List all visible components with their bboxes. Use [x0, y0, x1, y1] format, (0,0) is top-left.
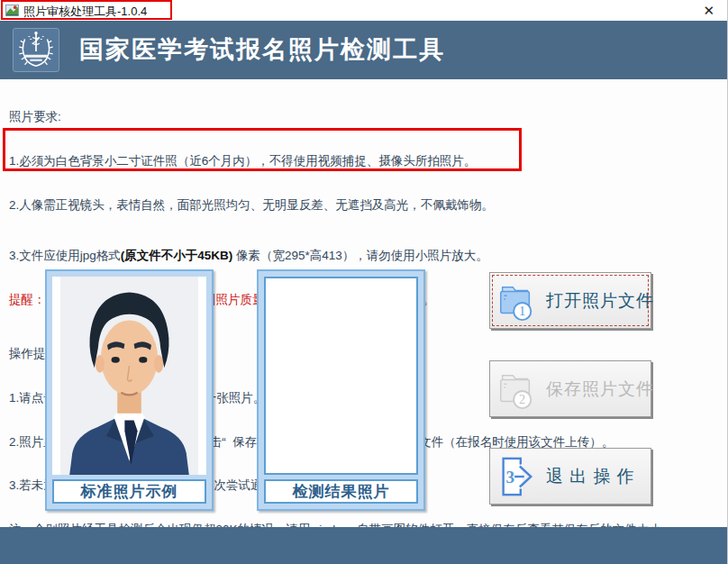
save-folder-icon: 2	[496, 368, 537, 410]
exit-arrow-icon: 3	[496, 456, 537, 497]
title-bar: 照片审核处理工具-1.0.4 ✕	[0, 0, 727, 21]
close-icon[interactable]: ✕	[703, 2, 714, 20]
svg-text:3: 3	[506, 467, 515, 486]
portrait-image	[60, 277, 198, 475]
requirement-line-3: 3.文件应使用jpg格式(原文件不小于45KB) 像素（宽295*高413），请…	[9, 249, 673, 263]
result-photo-label: 检测结果照片	[264, 479, 418, 504]
requirement-line-2: 2.人像需正视镜头，表情自然，面部光照均匀、无明显反差、无遮挡及高光，不佩戴饰物…	[9, 198, 673, 213]
sample-photo-label: 标准照片示例	[52, 479, 206, 504]
svg-text:1: 1	[519, 304, 525, 318]
window-title: 照片审核处理工具-1.0.4	[23, 4, 147, 20]
app-window: 照片审核处理工具-1.0.4 ✕ 国家医学考试报名照片检测工具	[0, 0, 728, 564]
svg-text:2: 2	[519, 392, 525, 406]
result-photo-area	[264, 277, 418, 475]
sample-photo-frame: 标准照片示例	[45, 269, 214, 511]
open-photo-label: 打开照片文件	[546, 289, 654, 313]
requirements-heading: 照片要求:	[9, 110, 673, 124]
save-photo-button-disabled[interactable]: 2 保存照片文件	[489, 360, 651, 417]
requirement-line-3-suffix: 像素（宽295*高413），请勿使用小照片放大。	[232, 249, 488, 262]
open-photo-button[interactable]: 1 打开照片文件	[489, 272, 651, 329]
result-photo-frame: 检测结果照片	[257, 269, 425, 511]
exit-button[interactable]: 3 退 出 操 作	[489, 448, 651, 505]
sample-photo	[52, 277, 206, 475]
app-icon	[5, 4, 19, 17]
requirement-line-1: 1.必须为白色背景小二寸证件照（近6个月内），不得使用视频捕捉、摄像头所拍照片。	[9, 154, 673, 168]
open-folder-icon: 1	[496, 280, 537, 322]
save-photo-label: 保存照片文件	[546, 378, 654, 401]
nmec-logo	[13, 28, 59, 72]
page-title: 国家医学考试报名照片检测工具	[79, 33, 445, 66]
requirement-line-3-size: (原文件不小于45KB)	[121, 249, 233, 262]
footer-bar	[0, 527, 727, 564]
requirement-line-3-prefix: 3.文件应使用jpg格式	[9, 249, 121, 262]
exit-label: 退 出 操 作	[546, 465, 635, 488]
app-header: 国家医学考试报名照片检测工具	[0, 21, 727, 79]
